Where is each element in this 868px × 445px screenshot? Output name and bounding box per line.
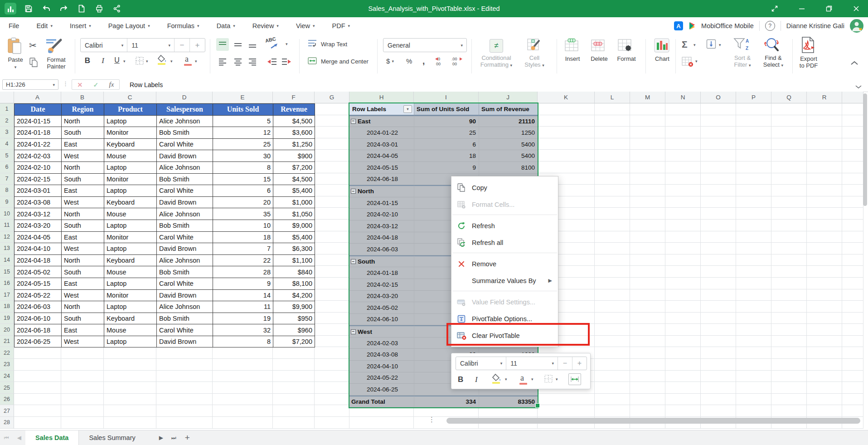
grid-cell[interactable] xyxy=(771,103,807,115)
pivot-value-cell[interactable]: 83350 xyxy=(479,396,538,408)
grid-cell[interactable] xyxy=(630,103,665,115)
pivot-label-cell[interactable]: 2024-03-20 xyxy=(349,291,414,303)
menu-edit[interactable]: Edit▾ xyxy=(36,22,53,29)
grid-cell[interactable] xyxy=(807,127,842,138)
mini-font-color-icon[interactable]: a xyxy=(520,373,524,383)
grid-cell[interactable] xyxy=(807,138,842,150)
grid-cell[interactable] xyxy=(595,115,630,127)
table-cell[interactable]: North xyxy=(62,162,104,174)
grid-cell[interactable] xyxy=(701,336,736,347)
mini-borders-icon[interactable] xyxy=(544,374,553,383)
chart-icon[interactable] xyxy=(654,38,669,53)
next-sheet-icon[interactable]: ▶ xyxy=(159,435,163,441)
pivot-value-cell[interactable]: 5400 xyxy=(479,150,538,162)
grid-cell[interactable] xyxy=(701,161,736,173)
grid-cell[interactable] xyxy=(665,127,701,138)
grid-cell[interactable] xyxy=(315,394,349,406)
grid-cell[interactable] xyxy=(595,313,630,324)
grid-cell[interactable] xyxy=(630,266,665,278)
grid-cell[interactable] xyxy=(213,359,273,371)
grid-cell[interactable] xyxy=(842,347,863,359)
row-header-2[interactable]: 2 xyxy=(0,115,14,127)
grid-cell[interactable] xyxy=(842,301,863,313)
pivot-label-cell[interactable]: 2024-01-18 xyxy=(349,267,414,279)
grid-cell[interactable] xyxy=(736,382,771,394)
export-pdf-icon[interactable] xyxy=(800,36,816,54)
grid-cell[interactable] xyxy=(273,405,315,417)
increase-decimal-icon[interactable]: 000 xyxy=(434,56,446,66)
underline-caret[interactable]: ▾ xyxy=(123,59,126,64)
grid-cell[interactable] xyxy=(807,150,842,161)
column-header-H[interactable]: H xyxy=(349,92,414,103)
align-middle-button[interactable] xyxy=(232,38,244,51)
table-cell[interactable]: Alice Johnson xyxy=(157,116,213,127)
vertical-scrollbar[interactable] xyxy=(863,93,867,206)
grid-cell[interactable] xyxy=(807,289,842,301)
table-cell[interactable]: 14 xyxy=(213,290,273,302)
grid-cell[interactable] xyxy=(630,161,665,173)
grid-cell[interactable] xyxy=(771,185,807,196)
borders-icon[interactable] xyxy=(135,56,144,65)
grid-cell[interactable] xyxy=(595,289,630,301)
grid-cell[interactable] xyxy=(156,417,213,429)
grid-cell[interactable] xyxy=(807,324,842,336)
last-sheet-icon[interactable]: ⏭ xyxy=(171,435,176,441)
grid-cell[interactable] xyxy=(213,405,273,417)
table-cell[interactable]: South xyxy=(62,220,104,232)
table-cell[interactable]: 2024-03-08 xyxy=(15,197,62,209)
grid-cell[interactable] xyxy=(665,185,701,196)
table-cell[interactable]: Alice Johnson xyxy=(157,255,213,267)
table-cell[interactable]: $1,100 xyxy=(273,255,315,267)
table-cell[interactable]: $7,200 xyxy=(273,336,315,348)
table-cell[interactable]: $1,250 xyxy=(273,139,315,151)
grid-cell[interactable] xyxy=(630,359,665,371)
collapse-group-icon[interactable]: − xyxy=(351,189,356,194)
table-cell[interactable]: 30 xyxy=(213,150,273,162)
table-cell[interactable]: $6,300 xyxy=(273,243,315,255)
row-header-19[interactable]: 19 xyxy=(0,313,14,324)
grid-cell[interactable] xyxy=(842,336,863,347)
grid-cell[interactable] xyxy=(771,371,807,382)
column-header-L[interactable]: L xyxy=(595,92,630,103)
grid-cell[interactable] xyxy=(842,313,863,324)
table-cell[interactable]: $4,200 xyxy=(273,290,315,302)
grid-cell[interactable] xyxy=(595,127,630,138)
grid-cell[interactable] xyxy=(807,254,842,266)
column-header-A[interactable]: A xyxy=(14,92,61,103)
grid-cell[interactable] xyxy=(595,243,630,254)
table-cell[interactable]: West xyxy=(62,336,104,348)
grid-cell[interactable] xyxy=(807,382,842,394)
context-menu-item-refresh-all[interactable]: Refresh all xyxy=(451,234,558,251)
app-store-icon[interactable]: A xyxy=(674,21,683,30)
grid-cell[interactable] xyxy=(736,405,771,417)
grid-cell[interactable] xyxy=(315,347,349,359)
table-cell[interactable]: $1,000 xyxy=(273,197,315,209)
copy-icon[interactable] xyxy=(29,57,39,68)
table-cell[interactable]: 2024-02-03 xyxy=(15,150,62,162)
grid-cell[interactable] xyxy=(595,185,630,196)
column-header-R[interactable]: R xyxy=(807,92,842,103)
borders-caret[interactable]: ▾ xyxy=(146,59,148,64)
grid-cell[interactable] xyxy=(595,196,630,208)
clear-cells-caret[interactable]: ▾ xyxy=(695,59,698,64)
save-icon[interactable] xyxy=(23,3,34,14)
grid-cell[interactable] xyxy=(771,161,807,173)
row-header-15[interactable]: 15 xyxy=(0,266,14,278)
format-painter-label[interactable]: FormatPainter xyxy=(42,56,71,70)
pivot-label-cell[interactable]: 2024-02-15 xyxy=(349,279,414,291)
grid-cell[interactable] xyxy=(630,336,665,347)
grid-cell[interactable] xyxy=(315,103,349,115)
table-cell[interactable]: 2024-04-10 xyxy=(15,243,62,255)
table-cell[interactable]: 6 xyxy=(213,185,273,197)
mini-bold-button[interactable]: B xyxy=(458,375,463,384)
grid-cell[interactable] xyxy=(807,301,842,313)
grid-cell[interactable] xyxy=(315,382,349,394)
grid-cell[interactable] xyxy=(630,289,665,301)
grid-cell[interactable] xyxy=(842,243,863,254)
grid-cell[interactable] xyxy=(630,313,665,324)
fill-color-icon[interactable] xyxy=(157,54,167,63)
grid-cell[interactable] xyxy=(771,196,807,208)
font-color-caret[interactable]: ▾ xyxy=(195,59,197,64)
filter-dropdown-icon[interactable]: ▾ xyxy=(403,105,412,113)
pivot-value-cell[interactable]: 5400 xyxy=(479,139,538,151)
